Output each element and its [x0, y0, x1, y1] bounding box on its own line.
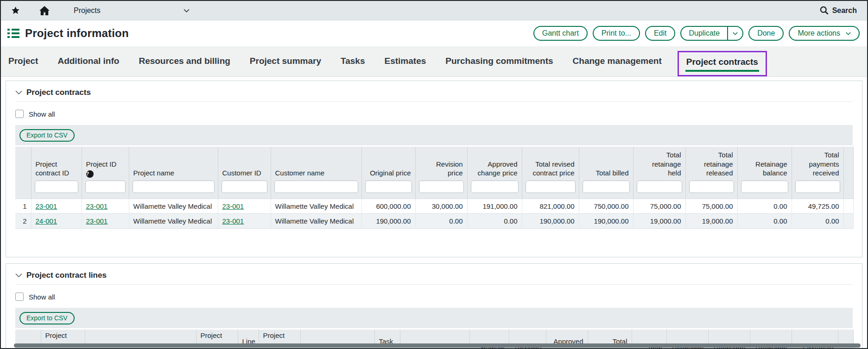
- contracts-table: Project contract IDProject ID?Project na…: [15, 147, 854, 229]
- section-title: Project contracts: [26, 88, 91, 97]
- horizontal-scrollbar[interactable]: [14, 343, 861, 348]
- grid-toolbar: Export to CSV: [15, 125, 853, 145]
- cell-original-price: 190,000.00: [361, 213, 415, 228]
- filter-input-total-payments-received[interactable]: [795, 181, 840, 193]
- filter-input-total-retainage-held[interactable]: [637, 181, 682, 193]
- column-header-total-revised-contract-price: Total revised contract price: [522, 147, 579, 180]
- tab-estimates[interactable]: Estimates: [384, 56, 427, 76]
- filter-input-total-revised-contract-price[interactable]: [526, 181, 576, 193]
- cell-revision-price: 30,000.00: [415, 199, 467, 213]
- done-button[interactable]: Done: [748, 26, 784, 41]
- tab-tasks[interactable]: Tasks: [340, 56, 366, 76]
- cell-filler: [843, 213, 853, 228]
- show-all-checkbox[interactable]: [15, 293, 24, 301]
- cell-project-id: 23-001: [82, 199, 129, 213]
- record-link[interactable]: 23-001: [86, 217, 108, 225]
- filter-input-customer-name[interactable]: [274, 181, 358, 193]
- filter-input-approved-change-price[interactable]: [471, 181, 519, 193]
- annotation-box: Project contracts: [678, 51, 767, 76]
- record-link[interactable]: 24-001: [36, 217, 57, 225]
- column-header-retainage-balance: Retainage balance: [737, 147, 792, 180]
- filter-input-retainage-balance[interactable]: [741, 181, 788, 193]
- section-title: Project contract lines: [26, 271, 107, 280]
- home-icon[interactable]: [39, 6, 50, 15]
- record-link[interactable]: 23-001: [222, 217, 244, 225]
- help-icon[interactable]: ?: [86, 170, 94, 178]
- record-list-icon[interactable]: [7, 29, 19, 38]
- more-actions-button[interactable]: More actions: [789, 26, 860, 41]
- show-all-label: Show all: [29, 293, 55, 301]
- cell-project-id: 23-001: [82, 213, 129, 228]
- record-link[interactable]: 23-001: [36, 202, 57, 210]
- filter-input-customer-id[interactable]: [222, 181, 267, 193]
- column-header-total-retainage-released: Total retainage released: [685, 147, 737, 180]
- module-dropdown-label: Projects: [74, 6, 101, 15]
- tab-change-management[interactable]: Change management: [572, 56, 663, 76]
- page-title: Project information: [25, 27, 129, 40]
- edit-button[interactable]: Edit: [645, 26, 676, 41]
- cell-customer-name: Willamette Valley Medical: [271, 213, 361, 228]
- table-row: 123-00123-001Willamette Valley Medical23…: [15, 199, 853, 213]
- tab-additional-info[interactable]: Additional info: [57, 56, 120, 76]
- gantt-chart-button[interactable]: Gantt chart: [533, 26, 588, 41]
- tab-purchasing-commitments[interactable]: Purchasing commitments: [444, 56, 554, 76]
- duplicate-button[interactable]: Duplicate: [681, 27, 727, 40]
- cell-customer-id: 23-001: [218, 213, 271, 228]
- filter-input-project-contract-id[interactable]: [35, 181, 78, 193]
- duplicate-split-button[interactable]: Duplicate: [680, 26, 743, 41]
- print-to-button[interactable]: Print to...: [593, 26, 640, 41]
- column-header-empty: [843, 147, 853, 180]
- filter-input-project-name[interactable]: [133, 181, 215, 193]
- filter-input-total-retainage-released[interactable]: [689, 181, 734, 193]
- cell-project-contract-id: 23-001: [31, 199, 82, 213]
- cell-approved-change-price: 191,000.00: [467, 199, 522, 213]
- record-link[interactable]: 23-001: [222, 202, 244, 210]
- duplicate-menu-toggle[interactable]: [727, 27, 742, 40]
- export-csv-button[interactable]: Export to CSV: [19, 312, 75, 324]
- row-number-cell: 1: [15, 199, 31, 213]
- column-header-project-id: Project ID?: [82, 147, 129, 180]
- cell-customer-id: 23-001: [218, 199, 271, 213]
- filter-input-revision-price[interactable]: [419, 181, 464, 193]
- record-link[interactable]: 23-001: [86, 202, 108, 210]
- column-header-project-contract-id: Project contract ID: [31, 147, 82, 180]
- cell-total-retainage-released: 19,000.00: [685, 213, 737, 228]
- tab-project-summary[interactable]: Project summary: [249, 56, 322, 76]
- table-row: 224-00123-001Willamette Valley Medical23…: [15, 213, 853, 228]
- favorite-star-icon[interactable]: [11, 6, 20, 15]
- module-dropdown[interactable]: Projects: [74, 6, 190, 15]
- cell-original-price: 600,000.00: [361, 199, 415, 213]
- show-all-row: Show all: [15, 110, 853, 118]
- cell-total-retainage-held: 75,000.00: [633, 199, 685, 213]
- cell-total-payments-received: 49,725.00: [792, 199, 843, 213]
- filter-input-project-id[interactable]: [85, 181, 126, 193]
- cell-customer-name: Willamette Valley Medical: [271, 199, 361, 213]
- app-window: Projects Search Project information Gant…: [0, 0, 868, 349]
- cell-project-contract-id: 24-001: [31, 213, 82, 228]
- collapse-chevron-icon[interactable]: [15, 273, 22, 278]
- top-bar: Projects Search: [1, 1, 867, 20]
- filter-input-original-price[interactable]: [365, 181, 412, 193]
- cell-retainage-balance: 0.00: [737, 213, 792, 228]
- export-csv-button[interactable]: Export to CSV: [19, 129, 75, 142]
- cell-revision-price: 0.00: [415, 213, 467, 228]
- cell-total-billed: 750,000.00: [579, 199, 633, 213]
- tab-project[interactable]: Project: [7, 56, 39, 76]
- cell-total-billed: 190,000.00: [579, 213, 633, 228]
- collapse-chevron-icon[interactable]: [15, 90, 22, 95]
- filter-input-total-billed[interactable]: [583, 181, 630, 193]
- tab-resources-and-billing[interactable]: Resources and billing: [138, 56, 231, 76]
- show-all-checkbox[interactable]: [15, 110, 24, 118]
- cell-total-payments-received: 0.00: [792, 213, 843, 228]
- column-header-project-name: Project name: [129, 147, 218, 180]
- search-icon: [820, 6, 829, 15]
- project-contract-lines-section: Project contract lines Show all Export t…: [6, 263, 862, 349]
- main-content: Project contracts Show all Export to CSV…: [1, 77, 867, 349]
- cell-project-name: Willamette Valley Medical: [129, 199, 218, 213]
- column-header-original-price: Original price: [361, 147, 415, 180]
- column-header-customer-id: Customer ID: [218, 147, 271, 180]
- column-header-total-payments-received: Total payments received: [792, 147, 843, 180]
- page-header: Project information Gantt chart Print to…: [1, 20, 867, 46]
- tab-project-contracts[interactable]: Project contracts: [685, 57, 759, 72]
- search-button[interactable]: Search: [820, 6, 857, 15]
